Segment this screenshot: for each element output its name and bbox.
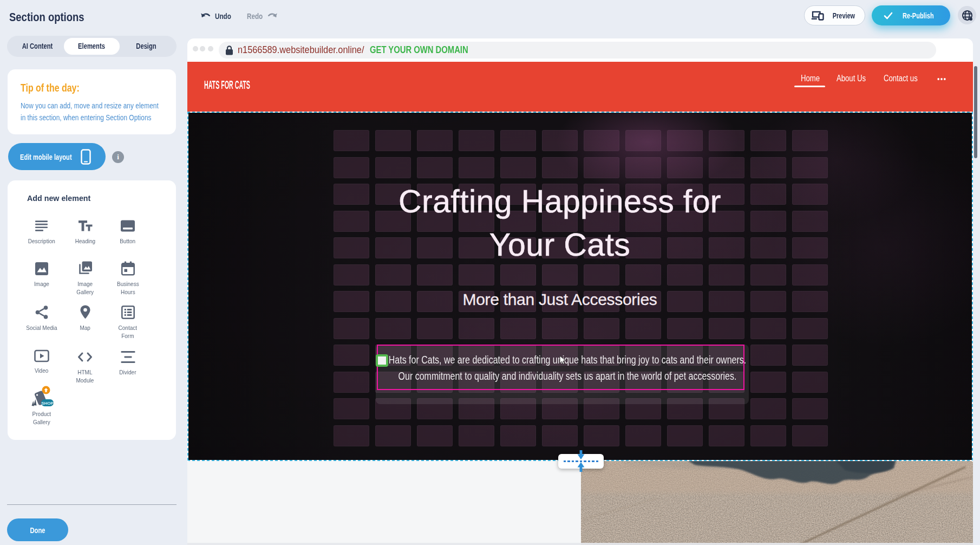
svg-text:SHOP: SHOP [41, 401, 54, 406]
